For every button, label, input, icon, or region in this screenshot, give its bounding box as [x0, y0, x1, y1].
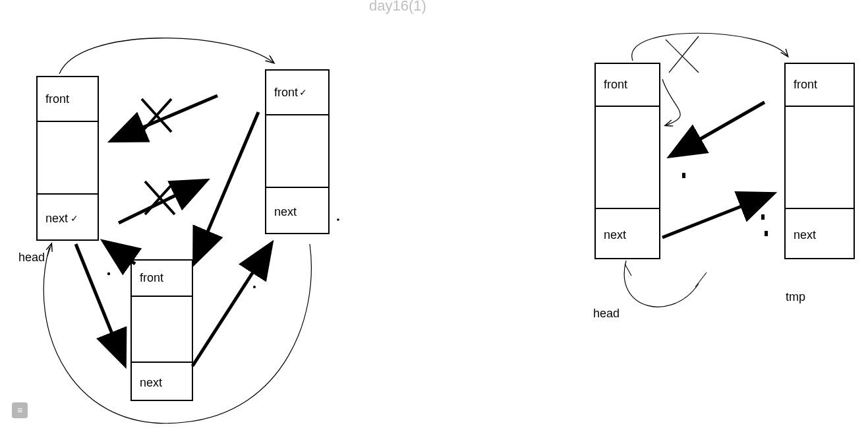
svg-line-3: [119, 181, 204, 223]
cell-next: next: [45, 212, 68, 226]
page-title: day16(1): [369, 0, 426, 15]
check-icon: ✓: [299, 87, 307, 98]
cell-front: front: [794, 78, 817, 92]
node-right-tmp: front next: [784, 63, 855, 259]
cell-next: next: [794, 228, 816, 242]
cell-front: front: [274, 86, 298, 100]
svg-line-0: [113, 96, 217, 140]
cell-front: front: [140, 271, 163, 285]
label-tmp: tmp: [786, 290, 805, 304]
label-head-left: head: [18, 251, 45, 265]
node-left-a: front next ✓: [36, 76, 99, 241]
cell-front: front: [604, 78, 627, 92]
curve-h-bottom: [624, 261, 699, 307]
node-left-c: front next: [130, 259, 193, 401]
check-icon: ✓: [71, 213, 78, 224]
arrow-h-to-t: [662, 195, 771, 237]
scribble-top-right: [662, 36, 699, 125]
arrow-crossed-lower: [119, 181, 204, 223]
svg-line-1: [142, 99, 171, 132]
label-head-right: head: [593, 307, 620, 321]
arrow-t-to-h: [672, 102, 765, 155]
curve-a-to-b: [59, 38, 274, 74]
svg-rect-9: [682, 173, 685, 178]
outline-toggle-icon[interactable]: ≡: [12, 402, 28, 418]
svg-point-8: [337, 218, 339, 221]
cell-next: next: [274, 205, 297, 219]
svg-rect-11: [765, 231, 768, 236]
arrow-a-to-c: [76, 244, 124, 363]
svg-line-4: [145, 181, 175, 214]
svg-rect-10: [761, 214, 765, 220]
list-icon: ≡: [17, 405, 22, 416]
cell-next: next: [140, 376, 162, 390]
arrow-b-down: [195, 112, 258, 261]
svg-point-7: [253, 286, 256, 288]
node-right-head: front next: [594, 63, 660, 259]
diagram-canvas: day16(1) front next ✓ front ✓ next front…: [0, 0, 868, 440]
cell-front: front: [45, 92, 69, 106]
arrow-crossed-upper: [113, 96, 217, 140]
arrow-c-to-b: [192, 245, 270, 366]
svg-line-5: [145, 181, 175, 214]
svg-line-2: [142, 99, 171, 132]
curve-h-to-t-top: [632, 33, 788, 61]
svg-point-6: [107, 272, 110, 275]
node-left-b: front ✓ next: [265, 69, 330, 234]
cell-next: next: [604, 228, 626, 242]
